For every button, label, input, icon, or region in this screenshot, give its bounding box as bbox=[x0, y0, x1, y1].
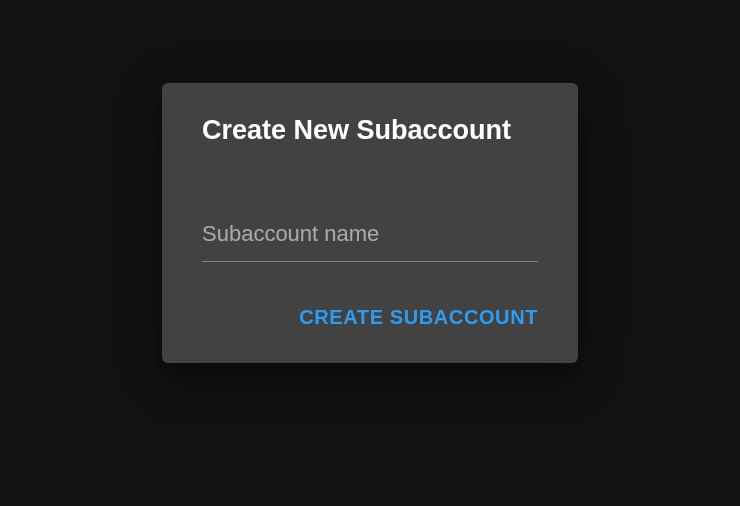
create-subaccount-dialog: Create New Subaccount Create Subaccount bbox=[162, 83, 578, 363]
dialog-actions: Create Subaccount bbox=[162, 272, 578, 355]
subaccount-name-field bbox=[202, 221, 538, 262]
dialog-title: Create New Subaccount bbox=[162, 83, 578, 146]
dialog-content bbox=[162, 146, 578, 272]
create-subaccount-button[interactable]: Create Subaccount bbox=[291, 300, 546, 335]
subaccount-name-input[interactable] bbox=[202, 221, 538, 262]
